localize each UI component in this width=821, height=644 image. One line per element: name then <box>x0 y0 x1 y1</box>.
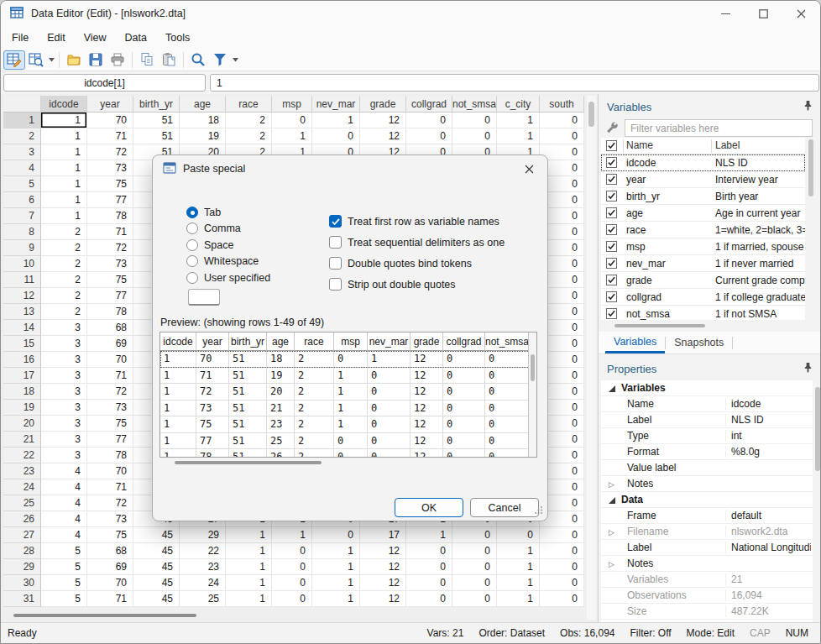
variable-row[interactable]: ageAge in current year <box>601 205 805 222</box>
open-icon[interactable] <box>63 50 85 70</box>
grid-cell[interactable]: 1 <box>41 192 87 208</box>
grid-cell[interactable]: 1 <box>497 559 540 575</box>
row-number[interactable]: 17 <box>3 368 41 384</box>
delimiter-radio-whitespace[interactable]: Whitespace <box>186 254 270 270</box>
row-number[interactable]: 2 <box>3 128 41 144</box>
grid-cell[interactable]: 1 <box>312 113 360 128</box>
row-number[interactable]: 24 <box>3 479 41 495</box>
filter-dropdown-caret[interactable] <box>231 50 239 70</box>
grid-cell[interactable]: 70 <box>87 352 133 368</box>
variable-row[interactable]: nev_mar1 if never married <box>601 255 805 272</box>
grid-cell[interactable]: 45 <box>133 543 180 559</box>
ok-button[interactable]: OK <box>395 498 463 517</box>
grid-cell[interactable]: 45 <box>133 559 180 575</box>
grid-cell[interactable]: 0 <box>452 543 497 559</box>
name-column-header[interactable]: Name <box>626 139 653 151</box>
variable-checkbox[interactable] <box>606 258 617 269</box>
variable-row[interactable]: race1=white, 2=black, 3=other <box>601 222 805 238</box>
grid-cell[interactable]: 45 <box>133 591 180 607</box>
grid-cell[interactable]: 1 <box>226 527 272 543</box>
paste-option[interactable]: Strip out double quotes <box>329 274 505 295</box>
variable-checkbox[interactable] <box>606 308 617 319</box>
grid-cell[interactable]: 3 <box>41 416 87 432</box>
cell-reference-input[interactable] <box>3 74 206 92</box>
grid-cell[interactable]: 72 <box>87 495 133 511</box>
row-number[interactable]: 6 <box>3 192 41 208</box>
grid-cell[interactable]: 1 <box>497 575 540 591</box>
variable-checkbox[interactable] <box>606 157 617 168</box>
grid-cell[interactable]: 1 <box>226 543 272 559</box>
grid-horizontal-scrollbar[interactable] <box>3 612 584 619</box>
grid-cell[interactable]: 75 <box>87 527 133 543</box>
menu-data[interactable]: Data <box>116 29 156 47</box>
grid-cell[interactable]: 0 <box>452 575 497 591</box>
paste-option[interactable]: Treat sequential delimiters as one <box>329 232 505 253</box>
grid-cell[interactable]: 0 <box>272 113 312 128</box>
property-group-data[interactable]: Data <box>601 492 813 508</box>
property-value[interactable]: nlswork2.dta <box>725 526 811 537</box>
grid-cell[interactable]: 68 <box>87 320 133 336</box>
grid-column-header-age[interactable]: age <box>180 96 226 113</box>
preview-vertical-scrollbar[interactable] <box>528 332 536 457</box>
grid-cell[interactable]: 3 <box>41 368 87 384</box>
grid-cell[interactable]: 5 <box>41 543 87 559</box>
grid-cell[interactable]: 0 <box>540 591 584 607</box>
grid-cell[interactable]: 69 <box>87 559 133 575</box>
grid-cell[interactable]: 78 <box>87 304 133 320</box>
grid-cell[interactable]: 5 <box>41 575 87 591</box>
row-number[interactable]: 29 <box>3 559 41 575</box>
grid-cell[interactable]: 2 <box>41 256 87 272</box>
grid-cell[interactable]: 2 <box>41 272 87 288</box>
grid-cell[interactable]: 25 <box>180 591 226 607</box>
row-number[interactable]: 15 <box>3 336 41 352</box>
grid-cell[interactable]: 2 <box>41 240 87 256</box>
row-number[interactable]: 26 <box>3 511 41 527</box>
grid-cell[interactable]: 1 <box>41 208 87 224</box>
cancel-button[interactable]: Cancel <box>470 498 539 517</box>
grid-column-header-c_city[interactable]: c_city <box>497 96 540 113</box>
property-value[interactable]: 21 <box>725 573 811 585</box>
grid-cell[interactable]: 0 <box>312 128 360 144</box>
grid-cell[interactable]: 0 <box>406 559 452 575</box>
menu-view[interactable]: View <box>75 29 116 47</box>
properties-vertical-scrollbar[interactable] <box>813 380 821 624</box>
tab-variables[interactable]: Variables <box>605 332 665 353</box>
paste-icon[interactable] <box>158 50 180 70</box>
preview-horizontal-scrollbar[interactable] <box>159 460 537 465</box>
menu-file[interactable]: File <box>3 29 38 47</box>
menu-tools[interactable]: Tools <box>156 29 199 47</box>
radio-button[interactable] <box>186 239 198 251</box>
pin-icon[interactable] <box>803 362 813 375</box>
grid-cell[interactable]: 1 <box>226 559 272 575</box>
find-icon[interactable] <box>187 50 209 70</box>
collapsed-icon[interactable]: ▷ <box>609 560 614 568</box>
grid-cell[interactable]: 0 <box>312 527 360 543</box>
property-value[interactable]: National Longitudinal Survey <box>725 542 811 553</box>
grid-cell[interactable]: 70 <box>87 575 133 591</box>
dialog-close-button[interactable] <box>510 155 547 182</box>
grid-cell[interactable]: 78 <box>87 448 133 463</box>
row-number[interactable]: 9 <box>3 240 41 256</box>
grid-cell[interactable]: 0 <box>540 128 584 144</box>
row-number[interactable]: 18 <box>3 384 41 400</box>
grid-cell[interactable]: 72 <box>87 384 133 400</box>
row-number[interactable]: 22 <box>3 448 41 463</box>
grid-column-header-collgrad[interactable]: collgrad <box>406 96 452 113</box>
property-value[interactable]: default <box>725 510 811 521</box>
browse-data-icon[interactable] <box>25 50 47 70</box>
grid-cell[interactable]: 1 <box>226 575 272 591</box>
variables-vertical-scrollbar[interactable] <box>807 138 815 320</box>
grid-cell[interactable]: 51 <box>133 128 180 144</box>
radio-button[interactable] <box>186 207 198 218</box>
variable-row[interactable]: gradeCurrent grade completed <box>601 272 805 289</box>
grid-column-header-idcode[interactable]: idcode <box>41 96 87 113</box>
grid-cell[interactable]: 0 <box>452 128 497 144</box>
grid-cell[interactable]: 69 <box>87 336 133 352</box>
grid-column-header-south[interactable]: south <box>540 96 584 113</box>
grid-cell[interactable]: 12 <box>360 543 406 559</box>
grid-cell[interactable]: 72 <box>87 144 133 160</box>
delimiter-radio-comma[interactable]: Comma <box>186 221 270 238</box>
grid-cell[interactable]: 12 <box>360 591 406 607</box>
grid-cell[interactable]: 0 <box>406 591 452 607</box>
edit-data-icon[interactable] <box>3 50 25 70</box>
